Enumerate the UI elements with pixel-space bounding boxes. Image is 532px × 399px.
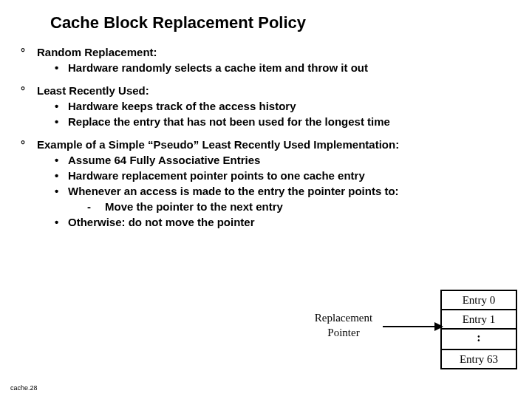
bullet-dot-icon: • (55, 169, 68, 182)
entry-table: Entry 0 Entry 1 : Entry 63 (440, 290, 517, 369)
sub-item: • Whenever an access is made to the entr… (55, 185, 511, 197)
bullet-pseudo: ° Example of a Simple “Pseudo” Least Rec… (21, 138, 511, 151)
bullet-dot-icon: • (55, 216, 68, 228)
sub-item-text: Replace the entry that has not been used… (68, 115, 390, 128)
bullet-lru-head: Least Recently Used: (37, 84, 149, 97)
arrow-icon (383, 318, 443, 335)
bullet-dot-icon: • (55, 154, 68, 166)
rp-line2: Pointer (327, 327, 359, 338)
bullet-dot-icon: • (55, 100, 68, 112)
bullet-lru: ° Least Recently Used: (21, 84, 511, 97)
rp-line1: Replacement (315, 312, 372, 324)
sub-item: • Hardware keeps track of the access his… (55, 100, 511, 112)
sub-sub-text: Move the pointer to the next entry (105, 200, 283, 213)
sub-item-text: Whenever an access is made to the entry … (68, 185, 399, 197)
sub-item-text: Otherwise: do not move the pointer (68, 216, 255, 228)
pointer-diagram: Replacement Pointer Entry 0 Entry 1 : En… (273, 290, 517, 378)
bullet-dot-icon: • (55, 115, 68, 128)
dash-icon: - (87, 200, 105, 213)
degree-icon: ° (21, 138, 37, 151)
sub-item-text: Hardware randomly selects a cache item a… (68, 61, 368, 74)
bullet-random-head: Random Replacement: (37, 46, 157, 58)
sub-item: • Replace the entry that has not been us… (55, 115, 511, 128)
bullet-dot-icon: • (55, 61, 68, 74)
sub-item-text: Assume 64 Fully Associative Entries (68, 154, 260, 166)
sub-sub-item: - Move the pointer to the next entry (87, 200, 511, 213)
slide-footer: cache.28 (10, 384, 38, 392)
bullet-random: ° Random Replacement: (21, 46, 511, 58)
slide-title: Cache Block Replacement Policy (50, 13, 511, 33)
degree-icon: ° (21, 46, 37, 58)
sub-item: • Hardware randomly selects a cache item… (55, 61, 511, 74)
sub-item: • Assume 64 Fully Associative Entries (55, 154, 511, 166)
sub-item-text: Hardware keeps track of the access histo… (68, 100, 296, 112)
entry-cell-1: Entry 1 (442, 310, 516, 330)
bullet-pseudo-head: Example of a Simple “Pseudo” Least Recen… (37, 138, 399, 151)
degree-icon: ° (21, 84, 37, 97)
entry-cell-colon: : (442, 330, 516, 350)
bullet-dot-icon: • (55, 185, 68, 197)
entry-cell-0: Entry 0 (442, 291, 516, 310)
sub-item: • Hardware replacement pointer points to… (55, 169, 511, 182)
replacement-pointer-label: Replacement Pointer (303, 310, 384, 340)
sub-item: • Otherwise: do not move the pointer (55, 216, 511, 228)
sub-item-text: Hardware replacement pointer points to o… (68, 169, 365, 182)
entry-cell-63: Entry 63 (442, 350, 516, 368)
